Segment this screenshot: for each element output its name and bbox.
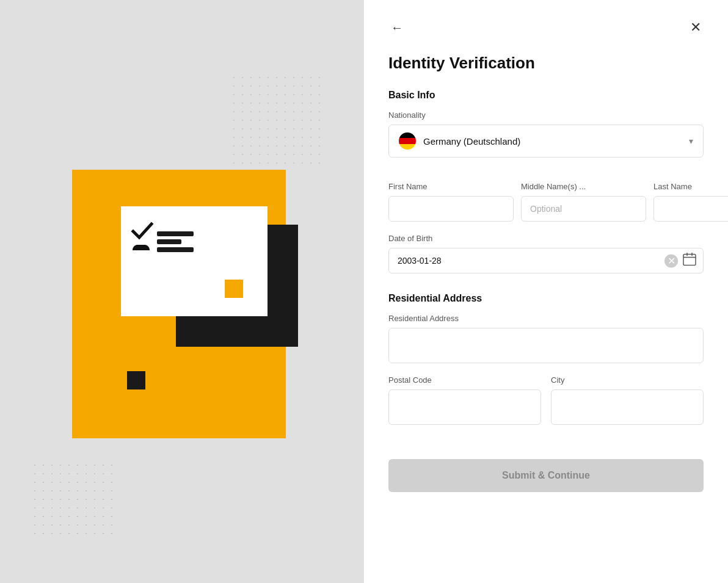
nationality-value: Germany (Deutschland): [423, 136, 520, 147]
middle-name-input[interactable]: [521, 196, 646, 222]
middle-name-field: Middle Name(s) ...: [521, 182, 646, 222]
left-panel: [0, 0, 364, 583]
id-line-1: [157, 231, 194, 236]
svg-rect-2: [683, 255, 696, 266]
name-fields-row: First Name Middle Name(s) ... Last Name: [388, 182, 704, 222]
postal-code-input[interactable]: [388, 389, 541, 425]
last-name-input[interactable]: [653, 196, 728, 222]
illustration: [54, 145, 310, 438]
address-input[interactable]: [388, 328, 704, 363]
page-title: Identity Verification: [388, 54, 704, 73]
postal-city-row: Postal Code City: [388, 375, 704, 425]
checkmark-icon: [127, 215, 158, 246]
city-label: City: [551, 375, 704, 385]
chevron-down-icon: ▾: [689, 136, 693, 146]
address-field: Residential Address: [388, 314, 704, 375]
yellow-accent: [225, 280, 243, 298]
dob-field: Date of Birth ✕: [388, 234, 704, 288]
nationality-field: Nationality Germany (Deutschland) ▾: [388, 110, 704, 172]
panel-header: ← ✕: [364, 0, 728, 48]
close-button[interactable]: ✕: [688, 17, 704, 38]
nationality-dropdown[interactable]: Germany (Deutschland) ▾: [388, 125, 704, 158]
panel-content: Identity Verification Basic Info Nationa…: [364, 48, 728, 583]
nationality-label: Nationality: [388, 110, 704, 120]
nationality-left: Germany (Deutschland): [399, 132, 520, 150]
date-field-wrapper: ✕: [388, 248, 704, 273]
submit-continue-button[interactable]: Submit & Continue: [388, 459, 704, 492]
dob-label: Date of Birth: [388, 234, 704, 243]
yellow-bottom-bar: [72, 402, 286, 438]
postal-code-label: Postal Code: [388, 375, 541, 385]
germany-flag: [399, 132, 416, 150]
last-name-label: Last Name: [653, 182, 728, 191]
black-small-square: [127, 371, 145, 389]
back-button[interactable]: ←: [388, 18, 406, 37]
date-calendar-button[interactable]: [683, 253, 696, 269]
last-name-field: Last Name: [653, 182, 728, 222]
id-line-2: [157, 239, 181, 244]
flag-de-colors: [399, 132, 416, 150]
first-name-label: First Name: [388, 182, 514, 191]
postal-code-field: Postal Code: [388, 375, 541, 425]
residential-address-section: Residential Address Residential Address …: [388, 293, 704, 425]
id-line-3: [157, 247, 194, 252]
city-input[interactable]: [551, 389, 704, 425]
dob-input[interactable]: [388, 248, 704, 273]
residential-address-section-title: Residential Address: [388, 293, 704, 304]
first-name-field: First Name: [388, 182, 514, 222]
date-clear-button[interactable]: ✕: [664, 254, 678, 267]
city-field: City: [551, 375, 704, 425]
first-name-input[interactable]: [388, 196, 514, 222]
right-panel: ← ✕ Identity Verification Basic Info Nat…: [364, 0, 728, 583]
date-icons: ✕: [664, 253, 696, 269]
address-label: Residential Address: [388, 314, 704, 323]
id-lines: [157, 231, 194, 252]
middle-name-label: Middle Name(s) ...: [521, 182, 646, 191]
basic-info-section-title: Basic Info: [388, 90, 704, 101]
